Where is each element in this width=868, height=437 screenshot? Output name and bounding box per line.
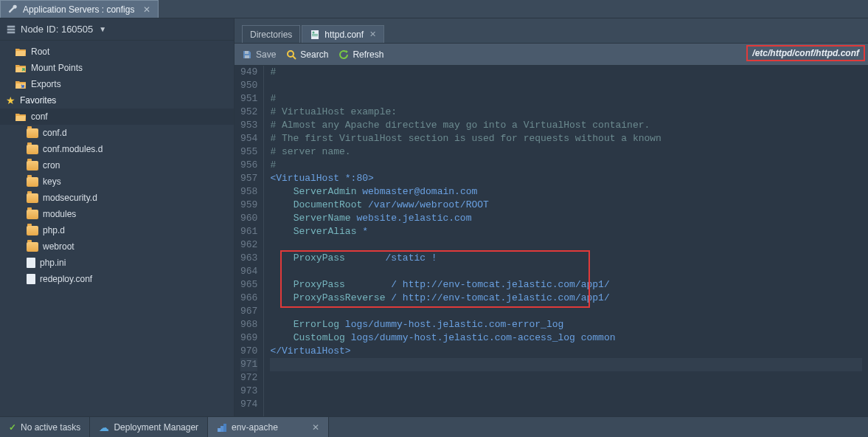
svg-rect-4 <box>312 34 318 35</box>
tree-folder[interactable]: modsecurity.d <box>0 190 234 206</box>
tree-folder[interactable]: modules <box>0 206 234 222</box>
cloud-icon: ☁ <box>99 421 109 433</box>
svg-line-10 <box>293 56 296 59</box>
close-icon[interactable]: ✕ <box>143 4 150 15</box>
tree-label: php.ini <box>40 258 66 268</box>
search-label: Search <box>300 49 328 60</box>
svg-rect-7 <box>245 51 249 54</box>
folder-icon <box>27 193 38 203</box>
title-tab[interactable]: Application Servers : configs ✕ <box>0 0 159 18</box>
folder-export-icon <box>15 80 27 89</box>
folder-icon <box>27 177 38 187</box>
tree-folder[interactable]: php.d <box>0 222 234 238</box>
star-icon: ★ <box>6 95 15 106</box>
tree-folder[interactable]: cron <box>0 157 234 173</box>
tree-label: keys <box>43 176 61 187</box>
svg-rect-12 <box>221 426 223 432</box>
folder-icon <box>27 128 38 138</box>
env-label: env-apache <box>232 422 278 433</box>
tree-root[interactable]: Root <box>0 44 234 60</box>
tree-folder[interactable]: keys <box>0 173 234 190</box>
tree-label: conf.d <box>43 128 67 138</box>
tree-file[interactable]: redeploy.conf <box>0 271 234 287</box>
svg-rect-11 <box>218 428 221 432</box>
title-bar: Application Servers : configs ✕ <box>0 0 868 18</box>
svg-point-9 <box>288 51 294 57</box>
chevron-down-icon: ▼ <box>99 25 106 33</box>
favorites-header[interactable]: ★ Favorites <box>0 92 234 109</box>
tree-folder[interactable]: conf.modules.d <box>0 141 234 157</box>
sidebar: Node ID: 160505 ▼ Root Mount Points Expo… <box>0 18 235 416</box>
refresh-label: Refresh <box>353 49 383 60</box>
favorites-label: Favorites <box>20 95 56 106</box>
editor-toolbar: Save Search Refresh /etc/httpd/conf/http… <box>235 44 868 66</box>
save-label: Save <box>256 49 276 60</box>
file-path: /etc/httpd/conf/httpd.conf <box>746 45 865 61</box>
node-id-dropdown[interactable]: Node ID: 160505 ▼ <box>0 18 234 41</box>
tree-folder[interactable]: conf.d <box>0 125 234 141</box>
tab-directories[interactable]: Directories <box>242 25 300 43</box>
tree-conf[interactable]: conf <box>0 109 234 125</box>
status-label: Deployment Manager <box>114 422 198 433</box>
folder-icon <box>27 226 38 235</box>
save-icon <box>242 49 252 60</box>
code-editor[interactable]: 9499509519529539549559569579589599609619… <box>235 66 868 416</box>
tree-mount-points[interactable]: Mount Points <box>0 60 234 76</box>
env-icon <box>217 422 227 433</box>
svg-rect-8 <box>245 55 249 58</box>
tree-label: Root <box>31 47 49 57</box>
tree-label: Exports <box>31 79 61 89</box>
server-icon <box>6 24 16 35</box>
no-active-tasks[interactable]: ✓ No active tasks <box>0 417 90 437</box>
code-content[interactable]: # ## VirtualHost example:# Almost any Ap… <box>264 66 868 416</box>
status-bar: ✓ No active tasks ☁ Deployment Manager e… <box>0 416 868 437</box>
tree-label: redeploy.conf <box>40 274 92 284</box>
tab-label: Directories <box>250 30 292 40</box>
tab-label: httpd.conf <box>324 30 364 40</box>
svg-rect-5 <box>312 35 318 36</box>
refresh-icon <box>338 49 349 60</box>
tree-label: conf.modules.d <box>43 144 103 154</box>
tab-httpd-conf[interactable]: httpd.conf ✕ <box>302 25 384 43</box>
check-icon: ✓ <box>9 422 16 433</box>
save-button[interactable]: Save <box>242 49 276 60</box>
folder-open-icon <box>15 47 27 57</box>
folder-icon <box>27 242 38 252</box>
file-icon <box>27 258 35 268</box>
file-tree: Root Mount Points Exports ★ Favorites co… <box>0 41 234 416</box>
tree-label: php.d <box>43 225 65 235</box>
deployment-manager[interactable]: ☁ Deployment Manager <box>90 417 208 437</box>
search-icon <box>286 49 296 60</box>
tree-label: modules <box>43 209 76 219</box>
tree-file[interactable]: php.ini <box>0 255 234 271</box>
tree-label: conf <box>31 111 48 122</box>
config-file-icon <box>310 30 320 40</box>
content-area: Directories httpd.conf ✕ Save Search <box>235 18 868 416</box>
svg-rect-13 <box>223 424 226 432</box>
line-gutter: 9499509519529539549559569579589599609619… <box>235 66 264 416</box>
tree-label: Mount Points <box>31 63 83 73</box>
folder-icon <box>27 161 38 171</box>
svg-rect-1 <box>7 28 15 30</box>
tree-label: modsecurity.d <box>43 193 97 203</box>
wrench-icon <box>8 4 18 15</box>
editor-tabs: Directories httpd.conf ✕ <box>235 18 868 44</box>
status-label: No active tasks <box>21 422 80 433</box>
folder-icon <box>27 210 38 219</box>
tree-folder[interactable]: webroot <box>0 238 234 255</box>
svg-rect-2 <box>7 31 15 33</box>
close-icon[interactable]: ✕ <box>312 422 319 433</box>
tree-label: cron <box>43 160 60 171</box>
title-tab-label: Application Servers : configs <box>23 4 134 15</box>
folder-link-icon <box>15 63 27 73</box>
env-tab[interactable]: env-apache ✕ <box>208 417 329 437</box>
refresh-button[interactable]: Refresh <box>338 49 383 60</box>
node-id-label: Node ID: 160505 <box>21 24 93 35</box>
search-button[interactable]: Search <box>286 49 328 60</box>
svg-rect-0 <box>7 25 15 27</box>
close-icon[interactable]: ✕ <box>369 30 376 39</box>
folder-open-icon <box>15 112 27 122</box>
tree-exports[interactable]: Exports <box>0 76 234 92</box>
tree-label: webroot <box>43 241 74 252</box>
file-icon <box>27 274 35 284</box>
